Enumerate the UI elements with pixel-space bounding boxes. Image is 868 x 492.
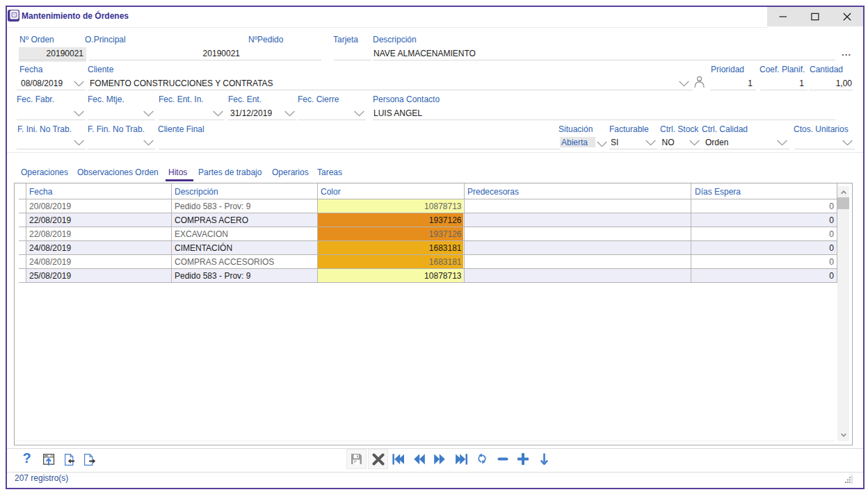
color-cell[interactable]: 1683181 [317,240,463,254]
fec-ent-in-label: Fec. Ent. In. [159,95,204,104]
dias-espera-cell[interactable]: 0 [691,199,834,213]
descripcion-cell[interactable]: COMPRAS ACCESORIOS [175,254,314,268]
window-title: Mantenimiento de Órdenes [22,11,129,21]
descripcion-cell[interactable]: CIMENTACIÓN [175,240,314,254]
fecha-dropdown-icon[interactable] [74,81,84,87]
import-document-icon[interactable] [65,454,75,466]
fec-cierre-dropdown-icon[interactable] [354,110,364,117]
cantidad-field[interactable]: 1,00 [809,77,853,90]
last-record-icon[interactable] [456,454,467,465]
coef-planif-field[interactable]: 1 [760,77,807,90]
color-cell[interactable]: 10878713 [317,268,463,282]
dias-espera-cell[interactable]: 0 [691,254,834,268]
dias-espera-cell[interactable]: 0 [691,240,834,254]
ctrl-stock-dropdown-icon[interactable] [689,140,700,146]
dias-espera-cell[interactable]: 0 [691,213,834,227]
ctos-unitarios-dropdown-icon[interactable] [842,140,853,146]
fec-fabr-dropdown-icon[interactable] [74,110,84,117]
facturable-dropdown-icon[interactable] [645,140,656,146]
cliente-label: Cliente [88,65,113,74]
descripcion-more-button[interactable]: ... [842,47,851,58]
descripcion-cell[interactable]: COMPRAS ACERO [175,213,314,227]
fec-ent-in-dropdown-icon[interactable] [213,110,223,117]
save-button[interactable] [346,449,367,469]
dias-espera-cell[interactable]: 0 [691,268,834,282]
refresh-icon[interactable] [478,453,486,464]
fec-ent-label: Fec. Ent. [228,95,262,104]
coef-planif-label: Coef. Planif. [760,65,805,74]
column-header-fecha[interactable]: Fecha [29,183,52,199]
color-cell[interactable]: 10878713 [317,199,463,213]
descripcion-cell[interactable]: EXCAVACION [175,227,314,240]
fec-ent-dropdown-icon[interactable] [284,110,295,117]
column-header-descripcion[interactable]: Descripción [175,183,218,199]
cliente-final-field[interactable] [159,136,560,149]
fecha-cell[interactable]: 25/08/2019 [29,268,168,282]
color-cell[interactable]: 1937126 [317,227,463,240]
ctrl-calidad-dropdown-icon[interactable] [777,140,787,146]
nro-pedido-field[interactable] [249,47,321,60]
descripcion-cell[interactable]: Pedido 583 - Prov: 9 [175,199,314,213]
f-fin-no-trab-dropdown-icon[interactable] [143,140,154,146]
descripcion-cell[interactable]: Pedido 583 - Prov: 9 [175,268,314,282]
cliente-final-label: Cliente Final [158,124,204,134]
insert-record-icon[interactable] [517,453,529,465]
o-principal-label: O.Principal [85,35,126,44]
fec-fabr-label: Fec. Fabr. [17,95,54,104]
tab-partes-de-trabajo[interactable]: Partes de trabajo [198,167,262,177]
export-document-icon[interactable] [84,454,96,466]
fecha-cell[interactable]: 22/08/2019 [29,213,168,227]
situacion-field[interactable]: Abierta [560,137,595,147]
first-record-icon[interactable] [392,454,404,465]
ctos-unitarios-label: Ctos. Unitarios [794,124,849,134]
persona-contacto-field[interactable]: LUIS ANGEL [373,107,835,120]
tab-tareas[interactable]: Tareas [317,167,342,177]
fec-mtje-dropdown-icon[interactable] [143,110,154,117]
delete-record-icon[interactable] [497,457,508,461]
column-header-predecesoras[interactable]: Predecesoras [467,183,519,199]
situacion-dropdown-icon[interactable] [597,141,607,147]
resize-grip-icon[interactable] [844,475,853,484]
persona-contacto-label: Persona Contacto [373,95,440,104]
minimize-button[interactable] [767,7,799,26]
cliente-field[interactable]: FOMENTO CONSTRUCCIONES Y CONTRATAS [88,77,693,90]
column-header-dias-espera[interactable]: Días Espera [695,183,741,199]
fecha-cell[interactable]: 24/08/2019 [29,254,168,268]
hitos-grid: 10878713 1937126 1937126 1683181 1683181… [14,183,853,445]
next-record-icon[interactable] [434,454,445,465]
color-cell[interactable]: 1937126 [317,213,463,227]
active-tab-indicator [166,179,193,181]
contact-person-icon[interactable] [693,76,706,88]
column-header-color[interactable]: Color [321,183,341,199]
export-window-icon[interactable] [43,454,55,466]
previous-record-icon[interactable] [414,454,425,465]
scrollbar-up-icon[interactable] [841,190,846,195]
ctrl-calidad-label: Ctrl. Calidad [702,124,748,134]
cancel-icon [372,453,385,466]
tab-operaciones[interactable]: Operaciones [21,167,68,177]
scrollbar-down-icon[interactable] [841,433,846,437]
maximize-button[interactable] [799,7,831,26]
help-button[interactable]: ? [22,451,32,466]
tab-observaciones-orden[interactable]: Observaciones Orden [77,167,159,177]
cliente-dropdown-icon[interactable] [679,81,689,87]
grid-vertical-scrollbar[interactable] [837,186,849,441]
situacion-label: Situación [558,124,593,134]
fecha-cell[interactable]: 20/08/2019 [29,199,168,213]
scrollbar-thumb[interactable] [837,197,849,209]
fecha-cell[interactable]: 22/08/2019 [29,227,168,240]
o-principal-field[interactable]: 20190021 [89,47,264,60]
tarjeta-field[interactable] [334,47,371,60]
dias-espera-cell[interactable]: 0 [691,227,834,240]
tab-operarios[interactable]: Operarios [272,167,309,177]
tab-hitos[interactable]: Hitos [168,167,187,177]
prioridad-field[interactable]: 1 [710,77,756,90]
color-cell[interactable]: 1683181 [317,254,463,268]
f-ini-no-trab-dropdown-icon[interactable] [74,140,84,146]
move-down-icon[interactable] [540,453,548,465]
cancel-button[interactable] [368,449,388,469]
close-button[interactable] [831,7,863,26]
fecha-cell[interactable]: 24/08/2019 [29,240,168,254]
descripcion-field[interactable]: NAVE ALMACENAMIENTO [373,47,835,60]
nro-orden-field[interactable]: 20190021 [19,47,86,60]
